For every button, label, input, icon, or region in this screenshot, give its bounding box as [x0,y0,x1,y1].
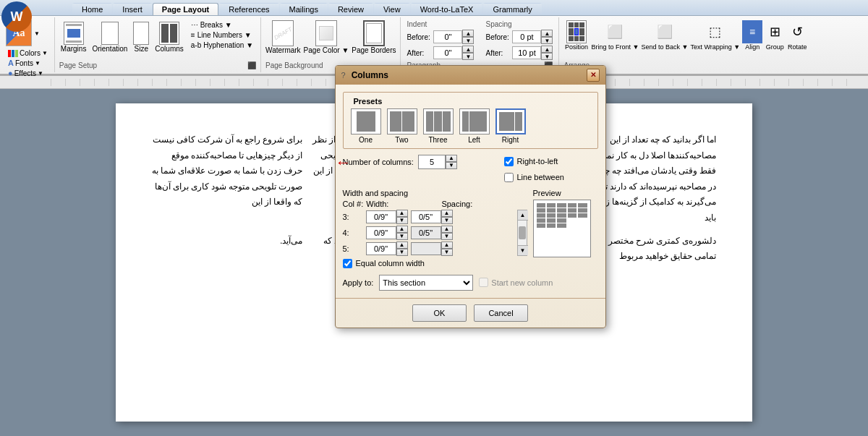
ws-row-4-spacing-down[interactable]: ▼ [441,233,453,240]
ws-row-4-width-down[interactable]: ▼ [396,233,408,240]
spacing-before-spinner[interactable]: ▲ ▼ [512,30,553,44]
num-columns-up[interactable]: ▲ [446,155,457,162]
ws-row-5-spacing-spinner[interactable]: ▲ ▼ [411,241,453,256]
hyphenation-button[interactable]: a‑b Hyphenation ▼ [188,40,256,50]
preset-one[interactable]: One [351,108,381,144]
themes-dropdown-icon[interactable]: ▼ [34,30,40,37]
spacing-after-up[interactable]: ▲ [541,46,553,53]
indent-after-input[interactable] [433,46,462,59]
indent-after-up[interactable]: ▲ [462,46,474,53]
align-button[interactable]: ≡ Align [742,20,762,61]
ok-button[interactable]: OK [412,304,467,322]
tab-home[interactable]: Home [72,3,112,15]
position-button[interactable]: Position [563,20,589,61]
send-to-back-button[interactable]: ⬜ Send to Back ▼ [641,20,688,61]
colors-button[interactable]: Colors ▼ [6,48,50,58]
line-numbers-button[interactable]: ≡ Line Numbers ▼ [188,30,256,40]
spacing-before-down[interactable]: ▼ [541,37,553,44]
ws-row-5-width-up[interactable]: ▲ [396,241,408,249]
tab-insert[interactable]: Insert [113,3,152,15]
group-button[interactable]: ⊞ Group [765,20,785,61]
ws-row-4-spacing-up[interactable]: ▲ [441,226,453,233]
ws-row-3-spacing-down[interactable]: ▼ [441,217,453,224]
fonts-arrow[interactable]: ▼ [35,60,41,67]
spacing-after-input[interactable] [512,46,541,59]
watermark-button[interactable]: DRAFT Watermark [265,20,301,61]
num-columns-down[interactable]: ▼ [446,162,457,169]
size-button[interactable]: Size [132,20,150,54]
tab-mailings[interactable]: Mailings [280,3,328,15]
bring-to-front-button[interactable]: ⬜ Bring to Front ▼ [591,20,639,61]
tab-review[interactable]: Review [328,3,373,15]
indent-before-input[interactable] [433,30,462,43]
tab-page-layout[interactable]: Page Layout [153,3,218,15]
preset-right[interactable]: Right [495,108,526,144]
columns-dialog[interactable]: ? Columns ✕ Presets One [335,65,606,328]
equal-col-width-text: Equal column width [356,259,425,268]
columns-button[interactable]: Columns [153,20,184,54]
apply-to-select[interactable]: This section Whole document This point f… [379,275,473,291]
cancel-button[interactable]: Cancel [474,304,528,322]
ws-row-4-width-up[interactable]: ▲ [396,226,408,233]
rotate-button[interactable]: ↺ Rotate [787,20,807,61]
preset-left[interactable]: Left [459,108,490,144]
spacing-before-input[interactable] [512,30,541,43]
equal-col-width-checkbox[interactable] [343,259,352,268]
spacing-after-down[interactable]: ▼ [541,53,553,60]
right-to-left-checkbox-label[interactable]: Right-to-left [504,157,598,166]
indent-before-spinner[interactable]: ▲ ▼ [433,30,474,44]
orientation-button[interactable]: Orientation [90,20,129,54]
tab-view[interactable]: View [374,3,410,15]
spacing-before-up[interactable]: ▲ [541,30,553,37]
start-new-col-label[interactable]: Start new column [479,278,553,287]
indent-after-down[interactable]: ▼ [462,53,474,60]
ws-row-3-width-input[interactable] [366,210,396,223]
dialog-question-icon[interactable]: ? [341,71,346,80]
tab-references[interactable]: References [219,3,278,15]
colors-arrow[interactable]: ▼ [42,50,48,56]
page-color-button[interactable]: Page Color ▼ [304,20,349,61]
preset-three[interactable]: Three [423,108,454,144]
tab-word-to-latex[interactable]: Word-to-LaTeX [411,3,483,15]
ws-row-5-width-down[interactable]: ▼ [396,249,408,256]
dialog-close-button[interactable]: ✕ [587,69,600,82]
margins-button[interactable]: Margins [59,20,88,54]
scrollbar-down-arrow[interactable]: ▼ [518,245,528,255]
ws-row-3-width-up[interactable]: ▲ [396,210,408,217]
fonts-button[interactable]: A Fonts ▼ [6,58,50,68]
breaks-button[interactable]: ⋯ Breaks ▼ [188,20,256,30]
ws-row-3-spacing-input[interactable] [411,210,441,223]
ws-row-5-spacing-down[interactable]: ▼ [441,249,453,256]
line-between-checkbox[interactable] [504,173,514,182]
spacing-after-spinner[interactable]: ▲ ▼ [512,46,553,60]
right-to-left-checkbox[interactable] [504,157,514,166]
indent-before-down[interactable]: ▼ [462,37,474,44]
indent-before-up[interactable]: ▲ [462,30,474,37]
ws-row-5-width-spinner[interactable]: ▲ ▼ [366,241,408,256]
scrollbar-track[interactable] [518,221,527,245]
ws-row-3-spacing-spinner[interactable]: ▲ ▼ [411,210,453,224]
line-numbers-icon: ≡ [191,31,195,39]
ws-row-3-width-spinner[interactable]: ▲ ▼ [366,210,408,224]
tab-grammarly[interactable]: Grammarly [483,3,541,15]
page-borders-button[interactable]: Page Borders [352,20,396,61]
num-columns-input[interactable] [418,155,446,169]
scrollbar-up-arrow[interactable]: ▲ [518,210,528,221]
equal-col-width-label[interactable]: Equal column width [343,259,527,268]
ws-row-3-width-down[interactable]: ▼ [396,217,408,224]
line-between-checkbox-label[interactable]: Line between [504,173,598,182]
page-setup-dialog-launcher[interactable]: ⬛ [247,61,256,69]
ws-scrollbar[interactable]: ▲ ▼ [517,210,527,256]
indent-after-spinner[interactable]: ▲ ▼ [433,46,474,60]
ws-row-5-width-input[interactable] [366,242,396,255]
ws-row-3-spacing-up[interactable]: ▲ [441,210,453,217]
ws-row-4-spacing-spinner[interactable]: ▲ ▼ [411,226,453,240]
preset-two[interactable]: Two [387,108,417,144]
ws-row-4-spacing-input[interactable] [411,226,441,239]
ws-row-4-width-spinner[interactable]: ▲ ▼ [366,226,408,240]
ws-row-5-spacing-input[interactable] [411,242,441,255]
num-columns-spinner[interactable]: ▲ ▼ [418,155,457,169]
ws-row-5-spacing-up[interactable]: ▲ [441,241,453,249]
text-wrapping-button[interactable]: ⬚ Text Wrapping ▼ [690,20,740,61]
ws-row-4-width-input[interactable] [366,226,396,239]
